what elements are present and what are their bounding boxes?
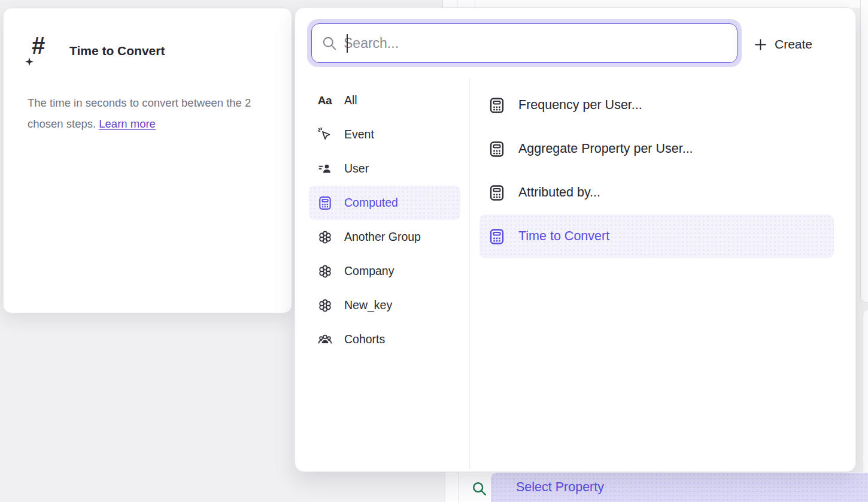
category-list: Aa All Event User [309,83,460,356]
category-item-all[interactable]: Aa All [309,83,460,117]
category-item-user[interactable]: User [309,152,460,186]
background-divider [458,472,459,502]
search-icon [321,35,338,52]
result-item-frequency-per-user[interactable]: Frequency per User... [479,83,834,127]
user-icon [317,161,333,177]
result-item-aggregate-property-per-user[interactable]: Aggregate Property per User... [479,127,834,171]
calculator-icon [487,183,506,202]
result-item-time-to-convert[interactable]: Time to Convert [479,214,834,258]
cursor-click-icon [317,126,333,143]
category-item-cohorts[interactable]: Cohorts [309,322,460,356]
column-divider [469,78,470,469]
cohorts-icon [317,331,333,347]
select-property-label: Select Property [516,480,604,495]
tooltip-title: Time to Convert [69,44,165,58]
search-input[interactable] [344,35,737,52]
category-item-new-key[interactable]: New_key [309,288,460,322]
results-list: Frequency per User... Aggregate Property… [479,83,834,258]
group-cluster-icon [317,263,333,279]
tooltip-description: The time in seconds to convert between t… [28,92,267,134]
property-selector-popover: Create Aa All Event [295,7,856,472]
learn-more-link[interactable]: Learn more [99,117,156,130]
search-icon [471,480,488,497]
calculator-icon [317,195,333,211]
text-caret [347,34,348,53]
tooltip-card: # Time to Convert The time in seconds to… [3,8,292,313]
hash-star-icon: # [26,36,55,67]
category-item-another-group[interactable]: Another Group [309,220,460,254]
calculator-icon [487,140,506,158]
category-item-event[interactable]: Event [309,117,460,152]
calculator-icon [487,227,506,246]
create-button[interactable]: Create [754,33,849,56]
result-item-attributed-by[interactable]: Attributed by... [479,171,834,214]
background-card-edge-right [860,0,868,303]
group-cluster-icon [317,229,333,245]
text-style-icon: Aa [317,92,333,108]
calculator-icon [487,96,506,114]
group-cluster-icon [317,297,333,313]
select-property-button[interactable]: Select Property [491,473,868,502]
category-item-computed[interactable]: Computed [309,186,460,220]
plus-icon [754,38,767,52]
category-item-company[interactable]: Company [309,254,460,288]
search-box[interactable] [311,23,738,63]
